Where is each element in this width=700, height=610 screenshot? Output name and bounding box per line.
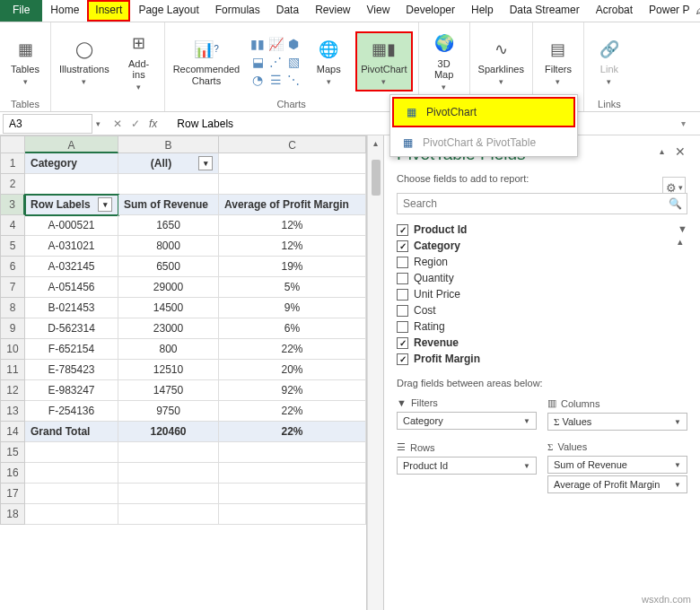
field-scroll-up-icon[interactable]: ▴ xyxy=(678,236,687,248)
pill-val-margin[interactable]: Average of Profit Margin▼ xyxy=(547,475,687,493)
pill-val-revenue[interactable]: Sum of Revenue▼ xyxy=(547,456,687,474)
tab-data[interactable]: Data xyxy=(268,0,307,22)
pill-filter-category[interactable]: Category▼ xyxy=(397,412,537,430)
pivot-row-id[interactable]: E-785423 xyxy=(25,360,118,380)
cancel-icon[interactable]: ✕ xyxy=(113,118,122,130)
cell[interactable] xyxy=(219,174,366,195)
tab-data-streamer[interactable]: Data Streamer xyxy=(502,0,588,22)
pivot-row-revenue[interactable]: 29000 xyxy=(118,277,219,298)
field-region[interactable]: Region xyxy=(397,256,672,268)
pivot-row-id[interactable]: D-562314 xyxy=(25,318,118,339)
checkbox-icon[interactable]: ✓ xyxy=(397,240,408,252)
row-header[interactable]: 10 xyxy=(0,339,25,360)
cell[interactable] xyxy=(118,442,219,463)
pivot-row-id[interactable]: F-254136 xyxy=(25,401,118,422)
cell[interactable] xyxy=(219,504,366,525)
checkbox-icon[interactable]: ✓ xyxy=(397,353,408,365)
row-header[interactable]: 11 xyxy=(0,360,25,380)
pivot-row-revenue[interactable]: 800 xyxy=(118,339,219,360)
illustrations-button[interactable]: ◯Illustrations▾ xyxy=(57,35,112,88)
pivot-row-id[interactable]: E-983247 xyxy=(25,380,118,401)
cell[interactable] xyxy=(118,463,219,484)
tab-insert[interactable]: Insert xyxy=(87,0,130,22)
pivot-row-margin[interactable]: 20% xyxy=(219,360,366,380)
pivot-margin-header[interactable]: Average of Profit Margin xyxy=(219,195,366,215)
pivot-rowlabels-header[interactable]: Row Labels▾ xyxy=(25,195,118,215)
scatter-chart-icon[interactable]: ⋰ xyxy=(267,54,284,70)
pivot-row-revenue[interactable]: 14750 xyxy=(118,380,219,401)
line-chart-icon[interactable]: 📈 xyxy=(267,36,284,52)
pivot-row-margin[interactable]: 12% xyxy=(219,215,366,236)
area-rows[interactable]: ☰Rows Product Id▼ xyxy=(397,441,537,495)
dropdown-pivotchart[interactable]: ▦PivotChart xyxy=(392,97,575,127)
field-quantity[interactable]: Quantity xyxy=(397,272,672,284)
field-profit-margin[interactable]: ✓Profit Margin xyxy=(397,353,672,365)
tab-view[interactable]: View xyxy=(359,0,398,22)
row-header[interactable]: 5 xyxy=(0,236,25,257)
cell[interactable] xyxy=(25,174,118,195)
cell[interactable] xyxy=(25,442,118,463)
pivot-row-revenue[interactable]: 1650 xyxy=(118,215,219,236)
maps-button[interactable]: 🌐Maps▾ xyxy=(309,35,348,88)
cell[interactable] xyxy=(25,484,118,504)
map-chart-icon[interactable]: ⬢ xyxy=(285,36,302,52)
scroll-thumb[interactable] xyxy=(372,160,381,196)
recommended-charts-button[interactable]: 📊?Recommended Charts xyxy=(171,35,243,88)
cell[interactable] xyxy=(219,153,366,174)
pivot-row-margin[interactable]: 9% xyxy=(219,298,366,318)
treemap-chart-icon[interactable]: ⬓ xyxy=(249,54,266,70)
fx-icon[interactable]: fx xyxy=(149,118,157,130)
cell[interactable] xyxy=(219,442,366,463)
tab-file[interactable]: File xyxy=(0,0,42,22)
checkbox-icon[interactable]: ✓ xyxy=(397,224,408,236)
fields-search-input[interactable] xyxy=(397,193,687,214)
pivot-filter-value[interactable]: (All)▾ xyxy=(118,153,219,174)
row-header[interactable]: 14 xyxy=(0,422,25,442)
sparklines-button[interactable]: ∿Sparklines▾ xyxy=(476,35,527,88)
pivotchart-button[interactable]: ▦▮PivotChart▾ xyxy=(355,31,412,92)
pivot-row-revenue[interactable]: 6500 xyxy=(118,257,219,277)
pivot-row-revenue[interactable]: 12510 xyxy=(118,360,219,380)
pivot-row-margin[interactable]: 19% xyxy=(219,257,366,277)
3d-map-button[interactable]: 🌍3D Map▾ xyxy=(424,30,464,94)
pivot-revenue-header[interactable]: Sum of Revenue xyxy=(118,195,219,215)
row-header[interactable]: 13 xyxy=(0,401,25,422)
checkbox-icon[interactable]: ✓ xyxy=(397,337,408,349)
pivot-row-revenue[interactable]: 23000 xyxy=(118,318,219,339)
cell[interactable] xyxy=(118,504,219,525)
tab-formulas[interactable]: Formulas xyxy=(207,0,268,22)
tab-home[interactable]: Home xyxy=(42,0,87,22)
tab-acrobat[interactable]: Acrobat xyxy=(588,0,641,22)
row-header[interactable]: 12 xyxy=(0,380,25,401)
pivot-filter-label[interactable]: Category xyxy=(25,153,118,174)
col-header-b[interactable]: B xyxy=(118,135,219,153)
cell[interactable] xyxy=(25,463,118,484)
pivot-row-margin[interactable]: 6% xyxy=(219,318,366,339)
pivot-row-margin[interactable]: 12% xyxy=(219,236,366,257)
link-button[interactable]: 🔗Link▾ xyxy=(590,35,629,88)
checkbox-icon[interactable] xyxy=(397,289,408,301)
row-header[interactable]: 6 xyxy=(0,257,25,277)
cell[interactable] xyxy=(25,504,118,525)
row-header[interactable]: 18 xyxy=(0,504,25,525)
cell[interactable] xyxy=(118,174,219,195)
pivot-row-id[interactable]: A-032145 xyxy=(25,257,118,277)
col-header-a[interactable]: A xyxy=(25,135,118,153)
expand-formula-icon[interactable]: ▾ xyxy=(676,118,691,128)
tab-review[interactable]: Review xyxy=(307,0,358,22)
row-header[interactable]: 7 xyxy=(0,277,25,298)
row-header[interactable]: 4 xyxy=(0,215,25,236)
cell[interactable] xyxy=(118,484,219,504)
area-columns[interactable]: ▥Columns Σ Values▼ xyxy=(547,397,687,432)
row-header[interactable]: 15 xyxy=(0,442,25,463)
surface-chart-icon[interactable]: ▧ xyxy=(285,54,302,70)
checkbox-icon[interactable] xyxy=(397,321,408,333)
panel-close-icon[interactable]: ✕ xyxy=(675,144,686,159)
scroll-up-icon[interactable]: ▴ xyxy=(371,135,381,151)
pill-col-values[interactable]: Σ Values▼ xyxy=(547,413,687,431)
field-revenue[interactable]: ✓Revenue xyxy=(397,336,672,349)
row-header[interactable]: 9 xyxy=(0,318,25,339)
row-header[interactable]: 2 xyxy=(0,174,25,195)
column-chart-icon[interactable]: ▮▮ xyxy=(249,36,266,52)
panel-collapse-icon[interactable]: ▴ xyxy=(660,146,664,156)
